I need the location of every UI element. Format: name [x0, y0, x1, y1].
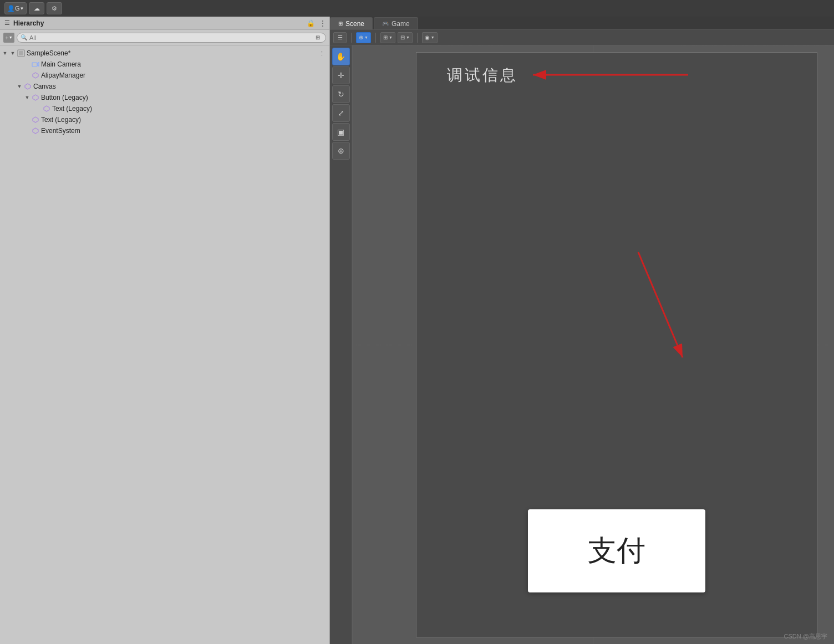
grid1-dropdown-icon: ▼ — [389, 35, 393, 39]
rect-tool-button[interactable]: ▣ — [332, 123, 350, 141]
scene-icon — [17, 49, 26, 58]
rotate-icon: ↻ — [338, 90, 344, 99]
scene-toolbar-globe[interactable]: ⊕ ▼ — [356, 32, 371, 43]
hierarchy-title: Hierarchy — [13, 19, 44, 27]
grid2-dropdown-icon: ▼ — [406, 35, 410, 39]
pay-button[interactable]: 支付 — [528, 509, 705, 592]
tree-item-alipaymanager[interactable]: ▶ AlipayManager — [0, 70, 329, 81]
move-icon: ✛ — [338, 71, 344, 80]
samplescene-label: SampleScene* — [27, 49, 70, 57]
maincamera-label: Main Camera — [41, 60, 81, 68]
lock-icon[interactable]: 🔒 — [307, 19, 315, 27]
globe-dropdown-icon: ▼ — [364, 35, 368, 39]
hand-icon: ✋ — [336, 52, 345, 61]
tab-game[interactable]: 🎮 Game — [374, 17, 418, 29]
toggle-canvas[interactable]: ▼ — [16, 83, 23, 90]
debug-text: 调试信息 — [447, 65, 518, 86]
svg-rect-1 — [19, 51, 23, 55]
watermark: CSDN @高思宇 — [784, 632, 827, 641]
hierarchy-tree: ▼ ▼ SampleScene* ⋮ ▶ Main Camera — [0, 45, 329, 644]
account-button[interactable]: 👤 G ▼ — [4, 2, 27, 14]
toggle-samplescene[interactable]: ▼ — [1, 49, 9, 57]
search-icon: 🔍 — [21, 34, 27, 40]
tree-item-maincamera[interactable]: ▶ Main Camera — [0, 59, 329, 70]
main-layout: ☰ Hierarchy 🔒 ⋮ + ▼ 🔍 ⊞ ▼ — [0, 17, 834, 644]
scene-tab-label: Scene — [345, 20, 364, 28]
text-legacy-2-label: Text (Legacy) — [41, 116, 81, 124]
tree-item-canvas[interactable]: ▼ Canvas — [0, 81, 329, 92]
hierarchy-header-icons: 🔒 ⋮ — [307, 19, 326, 27]
transform-icon: ⊕ — [338, 146, 344, 155]
settings-icon: ⚙ — [52, 5, 57, 12]
object-icon-alipay — [31, 71, 40, 80]
search-box: 🔍 ⊞ — [17, 33, 326, 43]
grid1-icon: ⊞ — [383, 34, 388, 40]
toggle-samplescene-inner: ▼ — [9, 49, 17, 57]
tree-item-button[interactable]: ▼ Button (Legacy) — [0, 92, 329, 103]
chevron-down-icon: ▼ — [9, 35, 13, 39]
hierarchy-panel: ☰ Hierarchy 🔒 ⋮ + ▼ 🔍 ⊞ ▼ — [0, 17, 330, 644]
scale-tool-button[interactable]: ⤢ — [332, 104, 350, 122]
scene-toolbar-eye[interactable]: ◉ ▼ — [422, 32, 438, 43]
game-display: 调试信息 支付 — [416, 52, 817, 637]
text-icon-1 — [42, 104, 51, 113]
move-tool-button[interactable]: ✛ — [332, 67, 350, 84]
settings-button[interactable]: ⚙ — [47, 2, 62, 14]
search-options-button[interactable]: ⊞ — [313, 33, 322, 42]
scene-body: ✋ ✛ ↻ ⤢ ▣ ⊕ — [330, 45, 834, 644]
menu-lines-icon: ☰ — [338, 34, 343, 40]
transform-tool-button[interactable]: ⊕ — [332, 142, 350, 160]
scene-toolbar-menu[interactable]: ☰ — [333, 32, 347, 43]
tabs-bar: ⊞ Scene 🎮 Game — [330, 17, 834, 30]
globe-icon: ⊕ — [359, 34, 363, 40]
tree-item-text-legacy-2[interactable]: ▶ Text (Legacy) — [0, 114, 329, 125]
hierarchy-header: ☰ Hierarchy 🔒 ⋮ — [0, 17, 329, 30]
alipaymanager-label: AlipayManager — [41, 71, 85, 79]
toolbar-sep-1 — [351, 33, 352, 43]
toolbar-sep-3 — [417, 33, 418, 43]
tree-item-eventsystem[interactable]: ▶ EventSystem — [0, 125, 329, 136]
rotate-tool-button[interactable]: ↻ — [332, 85, 350, 103]
dropdown-icon: ▼ — [20, 6, 24, 11]
cloud-button[interactable]: ☁ — [29, 2, 44, 14]
red-arrow-1 — [527, 58, 694, 91]
button-label: Button (Legacy) — [41, 94, 88, 101]
left-tools: ✋ ✛ ↻ ⤢ ▣ ⊕ — [330, 45, 352, 644]
tab-scene[interactable]: ⊞ Scene — [330, 17, 373, 29]
hierarchy-toolbar: + ▼ 🔍 ⊞ — [0, 30, 329, 45]
tree-item-text-legacy-1[interactable]: ▶ Text (Legacy) — [0, 103, 329, 114]
svg-rect-2 — [32, 63, 37, 67]
more-icon[interactable]: ⋮ — [319, 19, 326, 27]
add-object-button[interactable]: + ▼ — [3, 33, 14, 43]
scene-toolbar-grid1[interactable]: ⊞ ▼ — [380, 32, 395, 43]
hand-tool-button[interactable]: ✋ — [332, 48, 350, 65]
button-icon — [31, 93, 40, 102]
text-legacy-1-label: Text (Legacy) — [52, 105, 92, 113]
camera-icon — [31, 60, 40, 69]
search-input[interactable] — [29, 34, 311, 41]
account-icon: 👤 — [7, 5, 15, 12]
toggle-button[interactable]: ▼ — [23, 94, 31, 101]
svg-line-7 — [638, 252, 683, 357]
cloud-icon: ☁ — [34, 5, 40, 12]
text-icon-2 — [31, 115, 40, 124]
game-tab-label: Game — [391, 20, 410, 28]
canvas-label: Canvas — [33, 83, 56, 90]
red-arrow-2 — [611, 247, 721, 369]
viewport-container: 调试信息 支付 — [352, 45, 834, 644]
toolbar-sep-2 — [375, 33, 376, 43]
canvas-icon — [23, 82, 32, 91]
account-label: G — [15, 5, 20, 12]
rect-icon: ▣ — [337, 127, 344, 136]
scene-toolbar: ☰ ⊕ ▼ ⊞ ▼ ⊟ ▼ ◉ ▼ — [330, 30, 834, 45]
scale-icon: ⤢ — [338, 109, 344, 117]
right-panel: ⊞ Scene 🎮 Game ☰ ⊕ ▼ ⊞ ▼ ⊟ — [330, 17, 834, 644]
pay-button-text: 支付 — [588, 531, 645, 570]
eventsystem-icon — [31, 126, 40, 135]
eye-dropdown-icon: ▼ — [431, 35, 435, 39]
samplescene-more[interactable]: ⋮ — [319, 50, 325, 57]
scene-toolbar-grid2[interactable]: ⊟ ▼ — [398, 32, 413, 43]
tree-item-samplescene[interactable]: ▼ ▼ SampleScene* ⋮ — [0, 48, 329, 59]
debug-text-area: 调试信息 — [447, 65, 518, 86]
eventsystem-label: EventSystem — [41, 127, 80, 135]
